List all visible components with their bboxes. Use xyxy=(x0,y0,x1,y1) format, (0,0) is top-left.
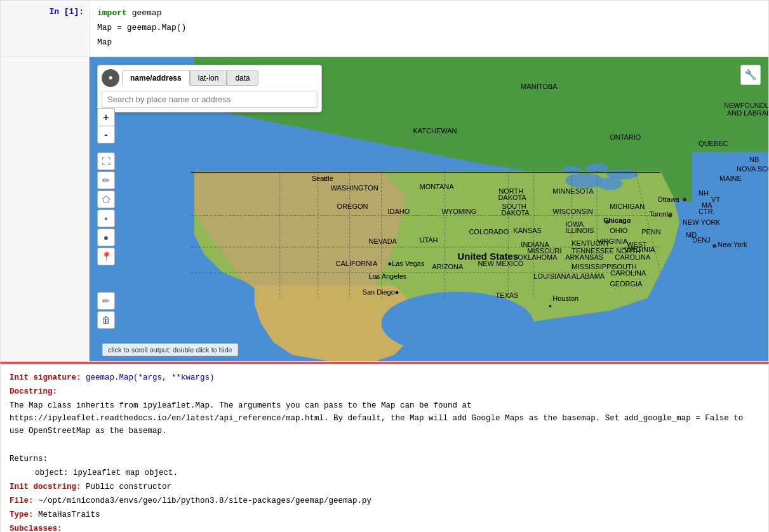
trash-icon: 🗑 xyxy=(102,315,110,325)
zoom-out-button[interactable]: - xyxy=(97,126,115,143)
map-assign-text: Map = geemap.Map() xyxy=(97,23,186,32)
svg-text:CAROLINA: CAROLINA xyxy=(610,270,646,277)
map-extra-tools: ✏ 🗑 xyxy=(97,292,115,329)
svg-text:DAKOTA: DAKOTA xyxy=(501,209,530,217)
svg-text:NOVA SCOTIA: NOVA SCOTIA xyxy=(737,165,768,173)
svg-text:ARIZONA: ARIZONA xyxy=(432,263,463,271)
docstring-label-line: Docstring: xyxy=(10,385,759,398)
draw-circle-button[interactable]: ● xyxy=(97,229,115,246)
svg-point-68 xyxy=(712,244,716,248)
import-keyword: import xyxy=(97,8,127,18)
svg-point-6 xyxy=(606,170,638,180)
svg-point-66 xyxy=(605,220,609,224)
circle-icon: ● xyxy=(104,232,109,243)
svg-text:COLORADO: COLORADO xyxy=(469,229,509,236)
svg-text:PENN: PENN xyxy=(641,229,661,236)
edit-shapes-button[interactable]: ✏ xyxy=(97,292,115,310)
svg-text:TENNESSEE: TENNESSEE xyxy=(572,248,613,255)
docstring-body: The Map class inherits from ipyleaflet.M… xyxy=(10,401,743,436)
fullscreen-button[interactable]: ⛶ xyxy=(97,152,115,170)
svg-text:Houston: Houston xyxy=(552,295,578,303)
svg-text:●Las Vegas: ●Las Vegas xyxy=(388,260,425,268)
svg-text:MICHIGAN: MICHIGAN xyxy=(610,203,645,211)
init-sig-label: Init signature: xyxy=(10,373,81,382)
svg-text:MISSISSIPPI: MISSISSIPPI xyxy=(572,263,613,271)
pentagon-icon: ⬠ xyxy=(102,194,110,204)
returns-value-line: object: ipyleaflet map object. xyxy=(10,467,759,479)
svg-rect-3 xyxy=(692,152,768,361)
type-label: Type: xyxy=(10,510,34,519)
scroll-hint-text: click to scroll output; double click to … xyxy=(108,346,232,354)
svg-text:LOUISIANA: LOUISIANA xyxy=(533,273,571,281)
svg-text:WASHINGTON: WASHINGTON xyxy=(331,184,378,192)
blank-line-1 xyxy=(10,439,759,451)
svg-text:VT: VT xyxy=(711,196,720,203)
svg-text:DAKOTA: DAKOTA xyxy=(498,194,526,201)
scroll-hint[interactable]: click to scroll output; double click to … xyxy=(102,343,238,356)
cell-label: In [1]: xyxy=(1,1,90,57)
svg-text:NEVADA: NEVADA xyxy=(369,238,398,246)
svg-text:New York: New York xyxy=(718,241,747,249)
zoom-controls: + - xyxy=(97,108,115,143)
zoom-in-button[interactable]: + xyxy=(97,108,115,126)
map-text: Map xyxy=(97,37,112,47)
draw-line-button[interactable]: ✏ xyxy=(97,171,115,189)
svg-text:MINNESOTA: MINNESOTA xyxy=(552,187,594,195)
svg-text:MANITOBA: MANITOBA xyxy=(521,83,558,90)
geemap-text: geemap xyxy=(132,8,162,18)
map-tools: ⛶ ✏ ⬠ ▪ ● 📍 xyxy=(97,152,115,265)
draw-rectangle-button[interactable]: ▪ xyxy=(97,209,115,227)
svg-text:NH: NH xyxy=(699,189,709,197)
init-docstring-value: Public constructor xyxy=(86,482,171,491)
svg-text:NEWFOUNDLAND: NEWFOUNDLAND xyxy=(724,102,768,109)
returns-label: Returns: xyxy=(10,455,48,463)
wrench-icon: 🔧 xyxy=(744,69,757,81)
svg-text:OREGON: OREGON xyxy=(337,203,368,211)
subclasses-line: Subclasses: xyxy=(10,522,759,532)
tab-data[interactable]: data xyxy=(227,70,258,86)
docstring-body-line: The Map class inherits from ipyleaflet.M… xyxy=(10,399,759,437)
map-container[interactable]: MANITOBA KATCHEWAN NEWFOUNDLAND AND LABR… xyxy=(90,57,768,361)
tab-lat-lon[interactable]: lat-lon xyxy=(190,70,227,86)
svg-point-53 xyxy=(683,198,686,202)
svg-point-7 xyxy=(585,164,608,173)
init-docstring-line: Init docstring: Public constructor xyxy=(10,481,759,493)
search-toggle-button[interactable] xyxy=(102,69,119,87)
code-line-1: import geemap xyxy=(97,7,761,20)
pencil-icon: ✏ xyxy=(102,175,110,185)
type-line: Type: MetaHasTraits xyxy=(10,509,759,521)
file-value: ~/opt/miniconda3/envs/geo/lib/python3.8/… xyxy=(38,496,371,505)
svg-text:AND LABRADOR: AND LABRADOR xyxy=(727,109,768,117)
svg-text:ALABAMA: ALABAMA xyxy=(572,273,605,281)
svg-point-5 xyxy=(597,178,622,190)
svg-text:NEW MEXICO: NEW MEXICO xyxy=(478,260,523,268)
returns-value: object: ipyleaflet map object. xyxy=(35,469,178,477)
map-settings-button[interactable]: 🔧 xyxy=(740,65,761,85)
svg-text:INDIANA: INDIANA xyxy=(521,241,549,249)
delete-shapes-button[interactable]: 🗑 xyxy=(97,311,115,329)
svg-text:KANSAS: KANSAS xyxy=(513,227,542,235)
svg-point-97 xyxy=(549,305,551,308)
subclasses-label: Subclasses: xyxy=(10,524,62,532)
docstring-label: Docstring: xyxy=(10,387,57,396)
svg-point-40 xyxy=(323,178,326,181)
fullscreen-icon: ⛶ xyxy=(102,156,110,166)
code-cell: In [1]: import geemap Map = geemap.Map()… xyxy=(0,0,769,57)
svg-text:KATCHEWAN: KATCHEWAN xyxy=(413,127,457,135)
code-line-3: Map xyxy=(97,36,761,50)
map-search-panel: name/address lat-lon data xyxy=(97,65,322,112)
file-line: File: ~/opt/miniconda3/envs/geo/lib/pyth… xyxy=(10,495,759,507)
rectangle-icon: ▪ xyxy=(105,213,108,223)
cell-code: import geemap Map = geemap.Map() Map xyxy=(90,1,768,57)
svg-text:MAINE: MAINE xyxy=(719,175,742,182)
tab-name-address[interactable]: name/address xyxy=(122,70,190,86)
edit-icon: ✏ xyxy=(102,296,110,306)
svg-text:NB: NB xyxy=(749,156,759,163)
draw-polygon-button[interactable]: ⬠ xyxy=(97,190,115,208)
svg-text:NEW YORK: NEW YORK xyxy=(683,219,721,227)
init-sig-line: Init signature: geemap.Map(*args, **kwar… xyxy=(10,371,759,384)
place-marker-button[interactable]: 📍 xyxy=(97,248,115,265)
svg-text:Ottawa: Ottawa xyxy=(657,196,680,203)
search-input[interactable] xyxy=(102,91,318,108)
code-line-2: Map = geemap.Map() xyxy=(97,22,761,35)
